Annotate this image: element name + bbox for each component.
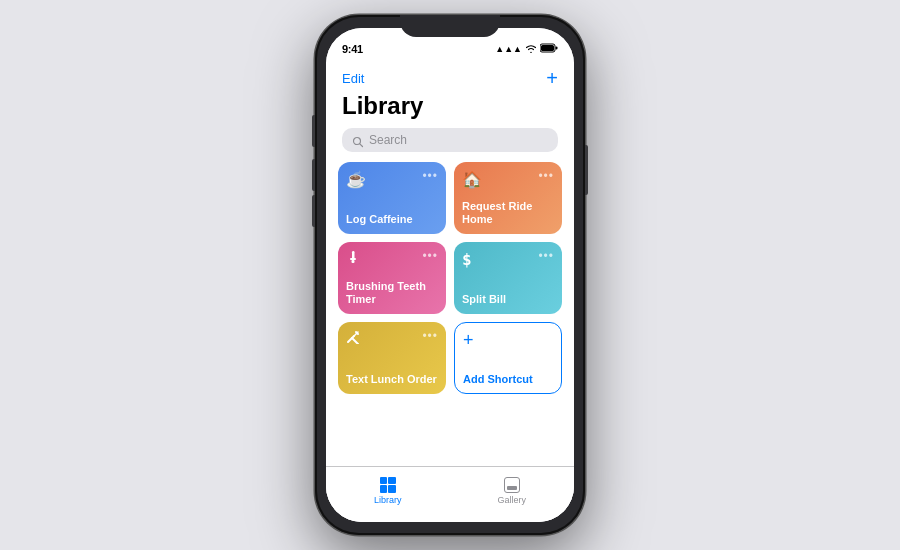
svg-rect-1 (556, 47, 558, 50)
more-icon[interactable]: ••• (538, 169, 554, 183)
svg-rect-2 (541, 45, 554, 51)
search-bar[interactable]: Search (342, 128, 558, 152)
library-tab-icon (380, 477, 396, 493)
add-shortcut-card[interactable]: + Add Shortcut (454, 322, 562, 394)
more-icon[interactable]: ••• (538, 249, 554, 263)
tab-library-label: Library (374, 495, 402, 505)
shortcut-split-bill[interactable]: ••• $ Split Bill (454, 242, 562, 314)
add-button[interactable]: + (546, 68, 558, 88)
notch (400, 15, 500, 37)
wifi-icon (525, 43, 537, 55)
tab-gallery[interactable]: Gallery (497, 477, 526, 505)
more-icon[interactable]: ••• (422, 169, 438, 183)
edit-button[interactable]: Edit (342, 71, 364, 86)
search-placeholder: Search (369, 133, 407, 147)
shortcuts-grid: ••• ☕ Log Caffeine ••• 🏠 Request Ride Ho… (326, 162, 574, 394)
shortcut-text-lunch-order[interactable]: ••• Text Lunch Order (338, 322, 446, 394)
card-title: Log Caffeine (346, 213, 438, 226)
svg-line-11 (352, 338, 358, 344)
signal-icon: ▲▲▲ (495, 44, 522, 54)
content-spacer (326, 394, 574, 466)
shortcut-request-ride-home[interactable]: ••• 🏠 Request Ride Home (454, 162, 562, 234)
shortcut-brushing-teeth-timer[interactable]: ••• Brushing Teeth Timer (338, 242, 446, 314)
app-content: Edit + Library Search ••• (326, 62, 574, 522)
card-title: Brushing Teeth Timer (346, 280, 438, 306)
status-time: 9:41 (342, 43, 363, 55)
add-plus-icon: + (463, 331, 553, 349)
add-shortcut-label: Add Shortcut (463, 373, 553, 385)
tab-library[interactable]: Library (374, 477, 402, 505)
card-title: Text Lunch Order (346, 373, 438, 386)
shortcut-log-caffeine[interactable]: ••• ☕ Log Caffeine (338, 162, 446, 234)
phone-screen: 9:41 ▲▲▲ (326, 28, 574, 522)
gallery-tab-icon (504, 477, 520, 493)
more-icon[interactable]: ••• (422, 249, 438, 263)
search-icon (352, 134, 364, 146)
svg-rect-7 (352, 260, 355, 263)
tab-gallery-label: Gallery (497, 495, 526, 505)
more-icon[interactable]: ••• (422, 329, 438, 343)
svg-line-4 (360, 144, 363, 147)
top-bar: Edit + (326, 62, 574, 90)
status-icons: ▲▲▲ (495, 43, 558, 55)
battery-icon (540, 43, 558, 55)
card-title: Request Ride Home (462, 200, 554, 226)
svg-rect-5 (352, 251, 355, 259)
phone-frame: 9:41 ▲▲▲ (315, 15, 585, 535)
card-title: Split Bill (462, 293, 554, 306)
svg-rect-6 (350, 258, 356, 260)
page-title: Library (326, 90, 574, 128)
tab-bar: Library Gallery (326, 466, 574, 522)
